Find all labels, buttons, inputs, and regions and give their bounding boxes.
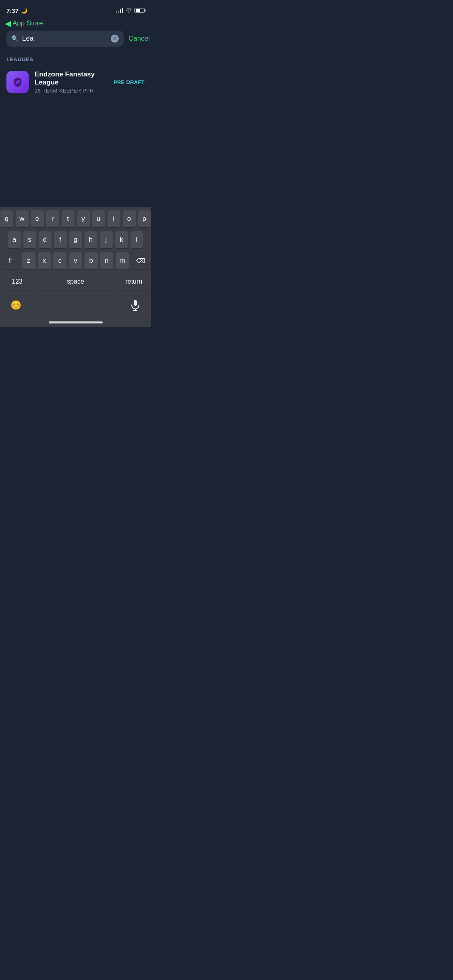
key-y[interactable]: y — [77, 210, 90, 227]
back-label: App Store — [12, 19, 43, 27]
key-s[interactable]: s — [23, 231, 36, 248]
home-indicator — [1, 318, 150, 327]
key-t[interactable]: t — [62, 210, 74, 227]
time-display: 7:37 — [6, 7, 19, 14]
return-key[interactable]: return — [118, 273, 150, 290]
back-navigation[interactable]: ◀ App Store — [0, 18, 151, 31]
key-q[interactable]: q — [0, 210, 13, 227]
space-key[interactable]: space — [35, 273, 115, 290]
key-r[interactable]: r — [46, 210, 59, 227]
numbers-key[interactable]: 123 — [1, 273, 33, 290]
keyboard: q w e r t y u i o p a s d f g h j k l ⇧ … — [0, 207, 151, 327]
key-g[interactable]: g — [69, 231, 82, 248]
key-k[interactable]: k — [115, 231, 128, 248]
emoji-key[interactable]: 😊 — [8, 297, 24, 313]
key-i[interactable]: i — [108, 210, 120, 227]
league-icon-svg — [11, 76, 24, 89]
search-bar-container: 🔍 Cancel — [0, 31, 151, 47]
key-c[interactable]: c — [53, 252, 66, 269]
key-v[interactable]: v — [69, 252, 82, 269]
key-e[interactable]: e — [31, 210, 44, 227]
search-bar[interactable]: 🔍 — [6, 31, 124, 47]
league-icon — [6, 71, 29, 93]
delete-key[interactable]: ⌫ — [131, 252, 150, 269]
key-z[interactable]: z — [22, 252, 35, 269]
status-icons — [116, 7, 145, 14]
clear-button[interactable] — [111, 35, 119, 43]
moon-icon: 🌙 — [21, 8, 27, 14]
key-a[interactable]: a — [8, 231, 21, 248]
key-j[interactable]: j — [100, 231, 113, 248]
league-details: 16-TEAM KEEPER PPR — [35, 88, 108, 94]
search-icon: 🔍 — [11, 35, 19, 42]
wifi-icon — [126, 7, 132, 14]
league-item[interactable]: Endzone Fanstasy League 16-TEAM KEEPER P… — [0, 66, 151, 98]
key-b[interactable]: b — [85, 252, 98, 269]
key-l[interactable]: l — [130, 231, 143, 248]
status-bar: 7:37 🌙 — [0, 0, 151, 18]
key-m[interactable]: m — [116, 252, 129, 269]
keyboard-row-2: a s d f g h j k l — [1, 231, 150, 248]
shift-key[interactable]: ⇧ — [1, 252, 20, 269]
key-d[interactable]: d — [39, 231, 52, 248]
leagues-section-header: LEAGUES — [0, 53, 151, 66]
keyboard-extras-row: 😊 — [1, 294, 150, 318]
key-h[interactable]: h — [85, 231, 97, 248]
mic-key[interactable] — [127, 297, 143, 313]
key-u[interactable]: u — [92, 210, 105, 227]
cancel-button[interactable]: Cancel — [128, 35, 150, 43]
key-f[interactable]: f — [54, 231, 67, 248]
key-x[interactable]: x — [38, 252, 51, 269]
league-name: Endzone Fanstasy League — [35, 70, 108, 86]
status-time: 7:37 🌙 — [6, 7, 27, 14]
back-arrow-icon: ◀ — [5, 19, 11, 27]
key-n[interactable]: n — [100, 252, 114, 269]
league-info: Endzone Fanstasy League 16-TEAM KEEPER P… — [35, 70, 108, 94]
key-o[interactable]: o — [123, 210, 136, 227]
key-p[interactable]: p — [138, 210, 151, 227]
league-status: PRE DRAFT — [114, 79, 145, 85]
search-input[interactable] — [22, 35, 108, 43]
key-w[interactable]: w — [16, 210, 29, 227]
keyboard-row-1: q w e r t y u i o p — [1, 210, 150, 227]
signal-icon — [116, 8, 123, 13]
keyboard-row-4: 123 space return — [1, 273, 150, 290]
keyboard-row-3: ⇧ z x c v b n m ⌫ — [1, 252, 150, 269]
battery-icon — [134, 8, 145, 13]
home-bar — [49, 321, 103, 323]
svg-rect-3 — [134, 300, 137, 306]
